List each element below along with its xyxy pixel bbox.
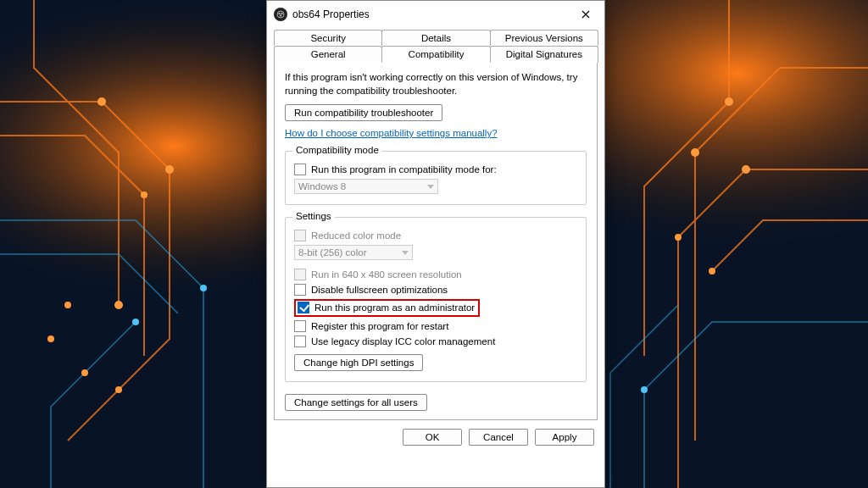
tab-security[interactable]: Security <box>274 30 382 46</box>
ok-button[interactable]: OK <box>403 429 462 446</box>
svg-point-20 <box>278 13 280 14</box>
tab-digital-signatures[interactable]: Digital Signatures <box>490 46 598 63</box>
window-title: obs64 Properties <box>292 8 574 20</box>
svg-point-6 <box>114 301 123 309</box>
tab-compatibility[interactable]: Compatibility <box>381 46 490 63</box>
svg-point-21 <box>281 13 282 14</box>
svg-point-15 <box>709 268 715 274</box>
group-compatibility-mode: Compatibility mode Run this program in c… <box>285 151 587 205</box>
svg-point-7 <box>64 302 71 308</box>
properties-dialog: obs64 Properties Security Details Previo… <box>266 0 605 488</box>
tab-panel-compatibility: If this program isn't working correctly … <box>274 62 598 420</box>
group-title: Settings <box>292 211 335 221</box>
svg-point-3 <box>97 97 106 106</box>
svg-point-11 <box>725 97 733 106</box>
svg-point-13 <box>742 165 750 174</box>
select-compat-os: Windows 8 <box>294 179 438 194</box>
svg-point-4 <box>165 165 174 174</box>
check-disable-fullscreen-label: Disable fullscreen optimizations <box>311 285 448 295</box>
check-run-640x480 <box>294 269 306 280</box>
svg-point-14 <box>675 234 682 241</box>
manual-settings-link[interactable]: How do I choose compatibility settings m… <box>285 128 498 138</box>
check-legacy-icc-label: Use legacy display ICC color management <box>311 336 495 347</box>
svg-point-5 <box>141 191 147 198</box>
chevron-down-icon <box>402 251 409 255</box>
svg-point-8 <box>47 336 54 342</box>
chevron-down-icon <box>427 185 434 189</box>
check-reduced-color <box>294 230 306 241</box>
titlebar: obs64 Properties <box>267 1 604 26</box>
intro-text: If this program isn't working correctly … <box>285 71 587 97</box>
check-register-restart-label: Register this program for restart <box>311 321 448 331</box>
check-run-as-admin[interactable] <box>298 302 309 313</box>
highlight-run-as-admin: Run this program as an administrator <box>294 299 480 317</box>
apply-button[interactable]: Apply <box>535 429 594 446</box>
check-run-640x480-label: Run in 640 x 480 screen resolution <box>311 269 462 280</box>
tab-details[interactable]: Details <box>381 30 490 46</box>
check-compat-mode[interactable] <box>294 164 306 175</box>
svg-point-22 <box>280 14 281 16</box>
check-disable-fullscreen[interactable] <box>294 284 306 296</box>
svg-point-17 <box>641 386 648 393</box>
close-button[interactable] <box>574 6 598 23</box>
run-troubleshooter-button[interactable]: Run compatibility troubleshooter <box>285 104 442 121</box>
select-color-depth: 8-bit (256) color <box>294 245 413 260</box>
group-settings: Settings Reduced color mode 8-bit (256) … <box>285 217 587 382</box>
dialog-footer: OK Cancel Apply <box>267 420 604 456</box>
change-dpi-button[interactable]: Change high DPI settings <box>294 354 423 371</box>
svg-point-10 <box>115 386 122 393</box>
check-legacy-icc[interactable] <box>294 336 306 347</box>
svg-point-19 <box>277 11 284 18</box>
check-run-as-admin-label: Run this program as an administrator <box>314 302 475 313</box>
app-icon <box>274 8 287 21</box>
tab-previous-versions[interactable]: Previous Versions <box>490 30 598 46</box>
check-reduced-color-label: Reduced color mode <box>311 230 401 241</box>
cancel-button[interactable]: Cancel <box>469 429 528 446</box>
svg-point-12 <box>691 148 699 157</box>
check-register-restart[interactable] <box>294 320 306 332</box>
svg-point-16 <box>200 285 207 291</box>
svg-point-18 <box>132 319 139 325</box>
group-title: Compatibility mode <box>292 145 382 155</box>
check-compat-mode-label: Run this program in compatibility mode f… <box>311 164 497 175</box>
tab-general[interactable]: General <box>274 46 382 63</box>
svg-point-9 <box>81 369 88 376</box>
close-icon <box>581 10 590 19</box>
tabs: Security Details Previous Versions Gener… <box>267 26 604 420</box>
change-all-users-button[interactable]: Change settings for all users <box>285 394 427 411</box>
